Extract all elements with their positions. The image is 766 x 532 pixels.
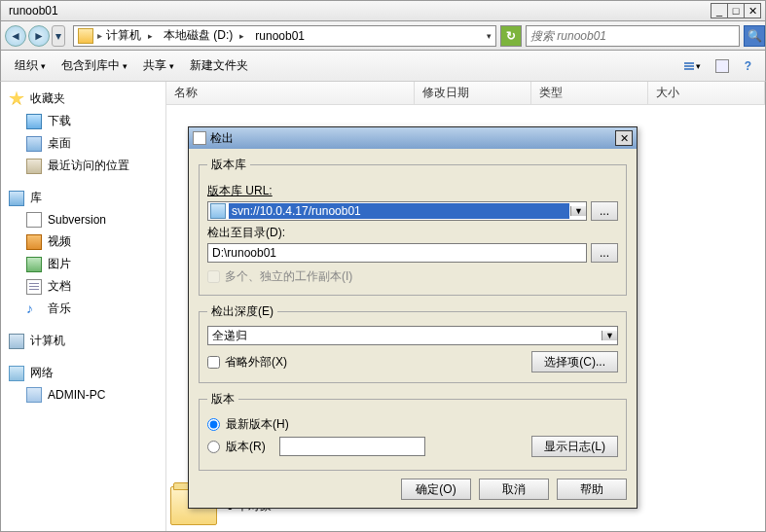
include-in-library-menu[interactable]: 包含到库中 ▾	[55, 55, 133, 76]
sidebar-pictures[interactable]: 图片	[5, 253, 162, 275]
sidebar-libraries[interactable]: 库	[5, 187, 162, 209]
cancel-button[interactable]: 取消	[479, 479, 549, 500]
recent-icon	[26, 159, 42, 174]
checkout-dir-input[interactable]	[207, 243, 587, 263]
dialog-close-button[interactable]: ✕	[615, 130, 633, 146]
sidebar-network[interactable]: 网络	[5, 362, 162, 384]
repository-group: 版本库 版本库 URL: svn://10.0.4.17/runoob01 ▼ …	[199, 157, 627, 296]
column-type[interactable]: 类型	[531, 82, 648, 104]
sidebar-computer[interactable]: 计算机	[5, 330, 162, 352]
omit-externals-checkbox[interactable]	[207, 356, 220, 369]
column-headers: 名称 修改日期 类型 大小	[166, 82, 765, 105]
revision-legend: 版本	[207, 391, 238, 408]
folder-icon	[78, 28, 93, 44]
ok-button[interactable]: 确定(O)	[401, 479, 471, 500]
preview-pane-button[interactable]	[710, 57, 735, 75]
document-icon	[26, 279, 42, 295]
new-folder-button[interactable]: 新建文件夹	[184, 55, 254, 76]
head-revision-label: 最新版本(H)	[226, 416, 289, 433]
sidebar-admin-pc[interactable]: ADMIN-PC	[5, 384, 162, 406]
dialog-title: 检出	[206, 130, 615, 147]
breadcrumb-folder[interactable]: runoob01	[251, 29, 309, 43]
sidebar-video[interactable]: 视频	[5, 231, 162, 253]
address-toolbar: ◄ ► ▾ ▸ 计算机 ▸ 本地磁盘 (D:) ▸ runoob01 ▾ ↻ 🔍	[0, 21, 766, 51]
revision-input[interactable]	[279, 437, 425, 456]
window-titlebar: runoob01 _ □ ✕	[0, 0, 766, 21]
omit-externals-label: 省略外部(X)	[225, 354, 287, 371]
dir-browse-button[interactable]: ...	[591, 243, 618, 263]
column-size[interactable]: 大小	[648, 82, 765, 104]
depth-legend: 检出深度(E)	[207, 303, 277, 320]
breadcrumb-drive[interactable]: 本地磁盘 (D:) ▸	[160, 27, 251, 44]
breadcrumb-dropdown[interactable]: ▾	[483, 27, 495, 45]
multi-copies-checkbox-row: 多个、独立的工作副本(I)	[207, 268, 618, 285]
depth-combo[interactable]: 全递归 ▼	[207, 326, 618, 345]
depth-value: 全递归	[208, 327, 602, 345]
nav-forward-button[interactable]: ►	[28, 25, 50, 47]
chevron-down-icon[interactable]: ▼	[602, 331, 617, 340]
breadcrumb-computer[interactable]: 计算机 ▸	[102, 27, 160, 44]
repo-browse-button[interactable]: ...	[591, 201, 618, 221]
checkout-dir-label: 检出至目录(D):	[207, 225, 618, 241]
nav-history-dropdown[interactable]: ▾	[52, 25, 65, 47]
music-icon: ♪	[26, 301, 42, 317]
help-button[interactable]: 帮助	[557, 479, 627, 500]
refresh-button[interactable]: ↻	[500, 25, 522, 47]
star-icon	[9, 91, 24, 107]
help-button[interactable]: ?	[739, 57, 757, 75]
pc-icon	[26, 387, 42, 403]
checkout-icon	[193, 131, 206, 145]
computer-icon	[9, 334, 24, 349]
column-modified[interactable]: 修改日期	[415, 82, 531, 104]
video-icon	[26, 234, 42, 250]
specific-revision-radio[interactable]	[207, 441, 220, 453]
repo-url-value: svn://10.0.4.17/runoob01	[229, 203, 569, 219]
head-revision-radio[interactable]	[207, 418, 220, 431]
organize-menu[interactable]: 组织 ▾	[9, 55, 52, 76]
sidebar-music[interactable]: ♪音乐	[5, 298, 162, 320]
share-menu[interactable]: 共享 ▾	[137, 55, 180, 76]
choose-items-button[interactable]: 选择项(C)...	[531, 351, 618, 372]
revision-group: 版本 最新版本(H) 版本(R) 显示日志(L)	[199, 391, 627, 471]
depth-group: 检出深度(E) 全递归 ▼ 省略外部(X) 选择项(C)...	[199, 303, 627, 383]
desktop-icon	[26, 136, 42, 152]
show-log-button[interactable]: 显示日志(L)	[531, 436, 618, 457]
minimize-button[interactable]: _	[711, 3, 728, 18]
svn-icon	[26, 212, 42, 228]
download-icon	[26, 114, 42, 129]
navigation-sidebar: 收藏夹 下载 桌面 最近访问的位置 库 Subversion 视频 图片 文档 …	[1, 82, 166, 531]
sidebar-subversion[interactable]: Subversion	[5, 209, 162, 231]
network-icon	[9, 366, 24, 381]
checkout-dialog: 检出 ✕ 版本库 版本库 URL: svn://10.0.4.17/runoob…	[188, 126, 638, 509]
search-button[interactable]: 🔍	[744, 25, 765, 47]
picture-icon	[26, 257, 42, 272]
sidebar-recent[interactable]: 最近访问的位置	[5, 155, 162, 177]
library-icon	[9, 191, 24, 206]
sidebar-favorites[interactable]: 收藏夹	[5, 88, 162, 110]
maximize-button[interactable]: □	[727, 3, 745, 18]
multi-copies-checkbox	[207, 270, 220, 283]
sidebar-downloads[interactable]: 下载	[5, 110, 162, 132]
chevron-down-icon[interactable]: ▼	[570, 206, 586, 216]
dialog-titlebar[interactable]: 检出 ✕	[189, 127, 637, 149]
close-button[interactable]: ✕	[744, 3, 761, 18]
nav-back-button[interactable]: ◄	[5, 25, 26, 47]
column-name[interactable]: 名称	[166, 82, 415, 104]
sidebar-desktop[interactable]: 桌面	[5, 132, 162, 155]
explorer-toolbar: 组织 ▾ 包含到库中 ▾ 共享 ▾ 新建文件夹 ▾ ?	[0, 51, 766, 82]
window-title: runoob01	[5, 4, 711, 18]
sidebar-documents[interactable]: 文档	[5, 275, 162, 298]
search-input[interactable]	[527, 29, 739, 43]
specific-revision-label: 版本(R)	[226, 439, 266, 455]
repo-url-combo[interactable]: svn://10.0.4.17/runoob01 ▼	[207, 201, 587, 221]
repository-legend: 版本库	[207, 157, 250, 173]
repo-url-label: 版本库 URL:	[207, 183, 618, 199]
view-mode-button[interactable]: ▾	[679, 58, 706, 74]
search-box[interactable]	[526, 25, 740, 47]
folder-small-icon	[210, 203, 226, 219]
breadcrumb-bar[interactable]: ▸ 计算机 ▸ 本地磁盘 (D:) ▸ runoob01 ▾	[73, 25, 496, 47]
